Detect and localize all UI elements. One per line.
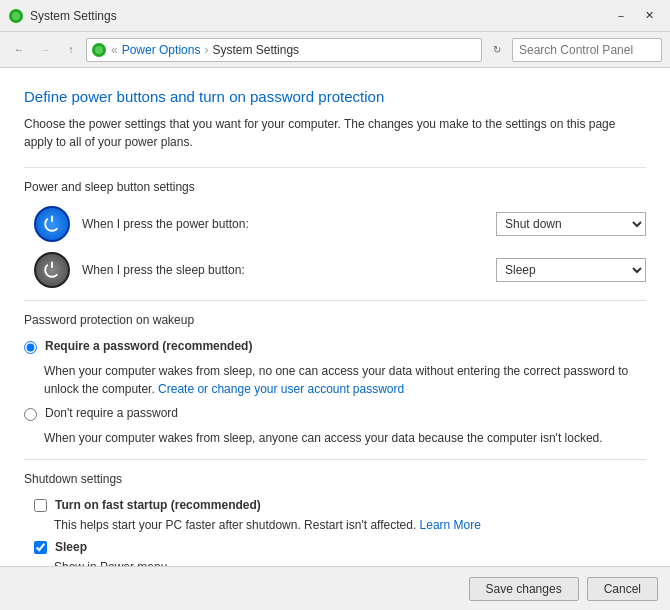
sleep-button-dropdown[interactable]: Do nothing Sleep Hibernate Shut down Tur… bbox=[496, 258, 646, 282]
fast-startup-description: This helps start your PC faster after sh… bbox=[54, 516, 646, 534]
nav-bar: ← → ↑ « Power Options › System Settings … bbox=[0, 32, 670, 68]
title-bar-controls: − ✕ bbox=[608, 6, 662, 26]
separator-1 bbox=[24, 167, 646, 168]
breadcrumb-parent[interactable]: Power Options bbox=[122, 43, 201, 57]
no-password-description: When your computer wakes from sleep, any… bbox=[44, 429, 646, 447]
window-title: System Settings bbox=[30, 9, 117, 23]
svg-point-3 bbox=[95, 46, 103, 54]
password-section-title: Password protection on wakeup bbox=[24, 313, 646, 327]
page-description: Choose the power settings that you want … bbox=[24, 115, 646, 151]
sleep-button-label: When I press the sleep button: bbox=[82, 263, 496, 277]
minimize-button[interactable]: − bbox=[608, 6, 634, 26]
sleep-button-row: When I press the sleep button: Do nothin… bbox=[34, 252, 646, 288]
main-content: Define power buttons and turn on passwor… bbox=[0, 68, 670, 610]
app-icon bbox=[8, 8, 24, 24]
power-button-label: When I press the power button: bbox=[82, 217, 496, 231]
no-password-option: Don't require a password bbox=[24, 406, 646, 421]
require-password-option: Require a password (recommended) bbox=[24, 339, 646, 354]
breadcrumb-icon bbox=[91, 42, 107, 58]
power-sleep-section-title: Power and sleep button settings bbox=[24, 180, 646, 194]
back-button[interactable]: ← bbox=[8, 39, 30, 61]
separator-2 bbox=[24, 300, 646, 301]
fast-startup-row: Turn on fast startup (recommended) bbox=[34, 498, 646, 512]
forward-button[interactable]: → bbox=[34, 39, 56, 61]
password-section: Require a password (recommended) When yo… bbox=[24, 339, 646, 447]
power-button-icon bbox=[34, 206, 70, 242]
shutdown-section-title: Shutdown settings bbox=[24, 472, 646, 486]
up-button[interactable]: ↑ bbox=[60, 39, 82, 61]
breadcrumb: « Power Options › System Settings bbox=[86, 38, 482, 62]
power-symbol-icon bbox=[43, 215, 61, 233]
require-password-label[interactable]: Require a password (recommended) bbox=[45, 339, 252, 353]
no-password-label[interactable]: Don't require a password bbox=[45, 406, 178, 420]
separator-3 bbox=[24, 459, 646, 460]
require-password-description: When your computer wakes from sleep, no … bbox=[44, 362, 646, 398]
sleep-symbol-icon bbox=[43, 261, 61, 279]
change-password-link[interactable]: Create or change your user account passw… bbox=[158, 382, 404, 396]
footer: Save changes Cancel bbox=[0, 566, 670, 610]
no-password-radio[interactable] bbox=[24, 408, 37, 421]
search-input[interactable] bbox=[512, 38, 662, 62]
breadcrumb-current: System Settings bbox=[212, 43, 299, 57]
cancel-button[interactable]: Cancel bbox=[587, 577, 658, 601]
fast-startup-label[interactable]: Turn on fast startup (recommended) bbox=[55, 498, 261, 512]
sleep-row: Sleep bbox=[34, 540, 646, 554]
svg-point-1 bbox=[12, 12, 20, 20]
title-bar: System Settings − ✕ bbox=[0, 0, 670, 32]
power-button-row: When I press the power button: Do nothin… bbox=[34, 206, 646, 242]
close-button[interactable]: ✕ bbox=[636, 6, 662, 26]
title-bar-left: System Settings bbox=[8, 8, 117, 24]
page-title: Define power buttons and turn on passwor… bbox=[24, 88, 646, 105]
fast-startup-checkbox[interactable] bbox=[34, 499, 47, 512]
sleep-checkbox[interactable] bbox=[34, 541, 47, 554]
require-password-radio[interactable] bbox=[24, 341, 37, 354]
save-button[interactable]: Save changes bbox=[469, 577, 579, 601]
breadcrumb-separator-prefix: « bbox=[111, 43, 118, 57]
breadcrumb-arrow: › bbox=[204, 43, 208, 57]
sleep-button-icon bbox=[34, 252, 70, 288]
refresh-button[interactable]: ↻ bbox=[486, 39, 508, 61]
sleep-label[interactable]: Sleep bbox=[55, 540, 87, 554]
power-button-dropdown[interactable]: Do nothing Sleep Hibernate Shut down Tur… bbox=[496, 212, 646, 236]
learn-more-link[interactable]: Learn More bbox=[420, 518, 481, 532]
